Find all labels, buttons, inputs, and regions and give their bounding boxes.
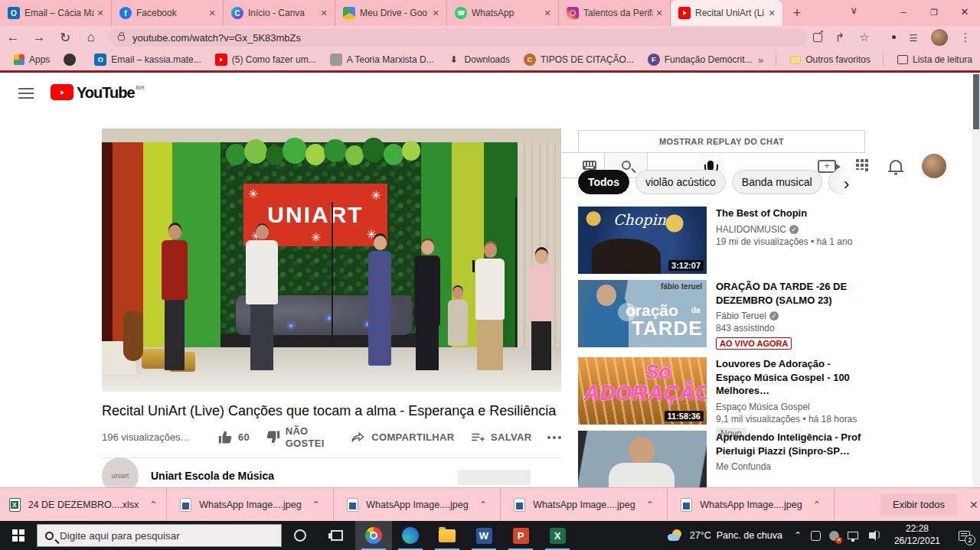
- scrollbar-thumb[interactable]: [973, 74, 979, 129]
- close-icon[interactable]: [430, 7, 442, 19]
- taskbar-excel[interactable]: X: [539, 521, 576, 550]
- download-chevron-icon[interactable]: [312, 500, 320, 510]
- tab-instagram[interactable]: Talentos da Perifa: [559, 0, 671, 26]
- save-button[interactable]: SALVAR: [470, 430, 531, 444]
- weather-widget[interactable]: 27°C Panc. de chuva: [662, 529, 789, 542]
- taskbar-word[interactable]: W: [466, 521, 502, 550]
- apps-shortcut[interactable]: Apps: [14, 54, 50, 65]
- taskbar-clock[interactable]: 22:28 26/12/2021: [887, 523, 948, 547]
- taskbar-edge[interactable]: [392, 521, 429, 550]
- suggested-title[interactable]: The Best of Chopin: [716, 207, 865, 220]
- home-button[interactable]: ⌂: [78, 30, 104, 45]
- chip-banda[interactable]: Banda musical: [732, 170, 822, 194]
- tab-youtube-active[interactable]: Recital UniArt (Li: [671, 0, 782, 26]
- download-chevron-icon[interactable]: [479, 500, 487, 510]
- video-thumbnail[interactable]: fábio teruel oração da TARDE: [578, 280, 707, 347]
- download-item[interactable]: WhatsApp Image....jpeg: [668, 488, 835, 522]
- suggested-channel[interactable]: Espaço Música Gospel: [716, 402, 810, 412]
- bookmark-citacao[interactable]: C TIPOS DE CITAÇÃO...: [524, 54, 634, 66]
- address-bar[interactable]: youtube.com/watch?v=Gx_5K83mbZs: [109, 28, 807, 47]
- download-item[interactable]: 24 DE DEZEMBRO....xlsx: [0, 488, 167, 522]
- forward-button[interactable]: →: [26, 30, 52, 45]
- reading-list-icon[interactable]: [906, 31, 920, 44]
- meet-now-button[interactable]: [807, 521, 825, 550]
- download-chevron-icon[interactable]: [646, 500, 654, 510]
- keyboard-icon[interactable]: [583, 161, 596, 170]
- bookmark-downloads[interactable]: Downloads: [448, 54, 510, 66]
- taskbar-search-box[interactable]: [37, 524, 282, 547]
- close-icon[interactable]: [318, 7, 330, 19]
- other-favorites-folder[interactable]: Outros favoritos: [790, 54, 871, 65]
- taskbar-search-input[interactable]: [60, 530, 273, 542]
- youtube-account-avatar[interactable]: [922, 154, 946, 178]
- download-item[interactable]: WhatsApp Image....jpeg: [334, 488, 501, 522]
- window-close-button[interactable]: [949, 6, 980, 18]
- more-actions-icon[interactable]: [547, 436, 561, 439]
- like-button[interactable]: 60: [218, 430, 250, 444]
- browser-menu-icon[interactable]: [959, 31, 972, 44]
- video-thumbnail[interactable]: Só ADORAÇÃO 11:58:36: [578, 357, 707, 425]
- reading-list[interactable]: Lista de leitura: [897, 54, 972, 65]
- browser-profile-avatar[interactable]: [931, 29, 948, 46]
- bookmark-star-icon[interactable]: [858, 31, 871, 44]
- share-page-icon[interactable]: [833, 31, 847, 44]
- close-icon[interactable]: [653, 7, 665, 19]
- tab-email[interactable]: O Email – Cácia Ma: [0, 0, 112, 26]
- suggested-channel[interactable]: Fábio Teruel: [716, 311, 766, 321]
- reload-button[interactable]: ↻: [52, 30, 78, 46]
- youtube-logo[interactable]: YouTube BR: [51, 84, 145, 102]
- cortana-button[interactable]: [282, 521, 318, 550]
- task-view-button[interactable]: [318, 521, 355, 550]
- tab-drive[interactable]: Meu Drive - Goo: [335, 0, 447, 26]
- tab-facebook[interactable]: f Facebook: [112, 0, 224, 26]
- suggested-title[interactable]: Aprendendo Inteligência - Prof Pierluigi…: [716, 431, 865, 457]
- close-icon[interactable]: [766, 7, 778, 19]
- show-chat-replay-button[interactable]: MOSTRAR REPLAY DO CHAT: [578, 130, 865, 153]
- video-player[interactable]: UNIART: [102, 129, 561, 392]
- open-in-app-icon[interactable]: [813, 33, 822, 42]
- notifications-bell-icon[interactable]: [890, 160, 902, 172]
- back-button[interactable]: ←: [0, 30, 26, 45]
- subscribed-button[interactable]: [458, 470, 531, 485]
- download-chevron-icon[interactable]: [813, 500, 821, 510]
- dislike-button[interactable]: NÃO GOSTEI: [266, 425, 335, 449]
- close-icon[interactable]: [541, 7, 554, 19]
- suggested-title[interactable]: ORAÇÃO DA TARDE -26 DE DEZEMBRO (SALMO 2…: [716, 280, 865, 307]
- bookmark-teoria[interactable]: A Teoria Marxista D...: [330, 54, 434, 66]
- download-chevron-icon[interactable]: [149, 500, 157, 510]
- bookmark-fundacao[interactable]: F Fundação Demócrit...: [648, 54, 753, 66]
- chip-todos[interactable]: Todos: [578, 170, 629, 194]
- taskbar-chrome[interactable]: [355, 521, 392, 550]
- suggested-channel[interactable]: HALIDONMUSIC: [716, 224, 786, 235]
- page-scrollbar[interactable]: [972, 73, 980, 487]
- tab-search-chevron-icon[interactable]: [850, 5, 858, 16]
- bookmark-youtube[interactable]: (5) Como fazer um...: [215, 54, 316, 66]
- maximize-button[interactable]: [919, 6, 949, 18]
- suggested-video[interactable]: Chopin 3:12:07 The Best of Chopin HALIDO…: [578, 207, 865, 274]
- suggested-video[interactable]: fábio teruel oração da TARDE ORAÇÃO DA T…: [578, 280, 865, 347]
- chip-violao[interactable]: violão acústico: [635, 170, 726, 194]
- action-center-button[interactable]: 2: [948, 521, 980, 550]
- download-item[interactable]: WhatsApp Image....jpeg: [501, 488, 668, 522]
- tab-canva[interactable]: C Início - Canva: [224, 0, 335, 26]
- channel-name[interactable]: Uniart Escola de Música: [151, 470, 274, 482]
- hidden-icons-chevron[interactable]: [789, 521, 807, 550]
- taskbar-file-explorer[interactable]: [429, 521, 466, 550]
- new-tab-button[interactable]: [787, 3, 807, 23]
- minimize-button[interactable]: [888, 6, 919, 18]
- show-all-downloads-button[interactable]: Exibir todos: [880, 493, 957, 516]
- url-text[interactable]: youtube.com/watch?v=Gx_5K83mbZs: [132, 32, 301, 44]
- tab-whatsapp[interactable]: ☎ WhatsApp: [447, 0, 559, 26]
- menu-hamburger-icon[interactable]: [18, 88, 34, 102]
- share-button[interactable]: COMPARTILHAR: [350, 430, 454, 444]
- bookmark-globe[interactable]: [64, 54, 80, 66]
- close-icon[interactable]: [94, 7, 106, 19]
- suggested-title[interactable]: Louvores De Adoração - Espaço Música Gos…: [716, 357, 865, 398]
- taskbar-powerpoint[interactable]: P: [502, 521, 539, 550]
- suggested-video[interactable]: Só ADORAÇÃO 11:58:36 Louvores De Adoraçã…: [578, 357, 865, 425]
- network-status[interactable]: [844, 521, 862, 550]
- suggested-channel[interactable]: Me Confunda: [716, 461, 771, 472]
- close-icon[interactable]: [206, 7, 218, 19]
- close-downloads-bar-icon[interactable]: [969, 499, 978, 511]
- start-button[interactable]: [0, 521, 37, 550]
